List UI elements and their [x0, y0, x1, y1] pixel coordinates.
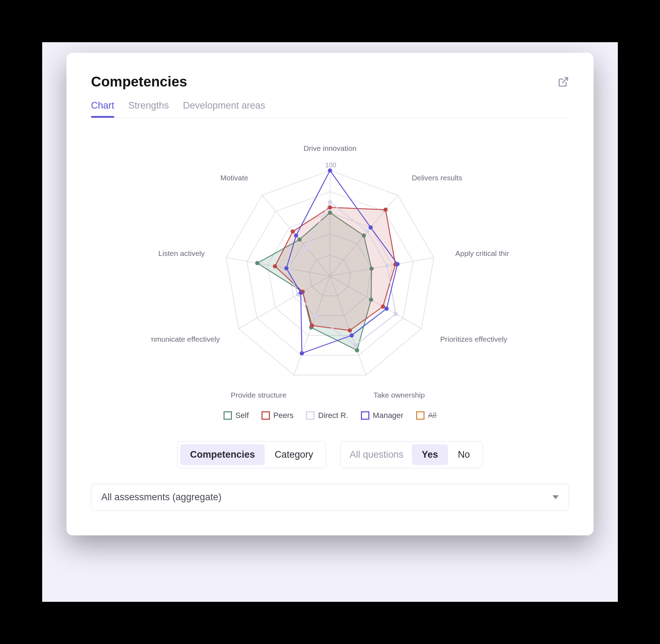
svg-point-63: [284, 266, 289, 270]
question-toggle-yes[interactable]: Yes: [412, 444, 448, 465]
legend-item-manager[interactable]: Manager: [361, 411, 403, 420]
legend-item-self[interactable]: Self: [224, 411, 249, 420]
svg-point-48: [385, 264, 389, 268]
svg-point-58: [395, 262, 400, 266]
view-toggle-category[interactable]: Category: [265, 444, 323, 465]
svg-text:Prioritizes effectively: Prioritizes effectively: [440, 335, 508, 343]
tab-development-areas[interactable]: Development areas: [183, 100, 265, 117]
svg-point-60: [350, 333, 354, 337]
svg-point-40: [348, 328, 352, 333]
assessment-dropdown[interactable]: All assessments (aggregate): [91, 484, 569, 511]
tab-chart[interactable]: Chart: [91, 100, 114, 117]
svg-point-33: [255, 261, 259, 265]
svg-point-50: [353, 343, 357, 347]
svg-text:Provide structure: Provide structure: [231, 391, 286, 399]
question-toggle-group: All questions YesNo: [340, 441, 483, 468]
competencies-card: Competencies ChartStrengthsDevelopment a…: [66, 53, 594, 535]
svg-text:Drive innovation: Drive innovation: [304, 144, 357, 152]
svg-line-0: [562, 78, 568, 83]
legend-swatch-icon: [224, 411, 232, 420]
svg-point-39: [381, 304, 385, 309]
svg-point-46: [328, 200, 332, 204]
svg-point-49: [394, 312, 398, 316]
svg-point-59: [384, 307, 389, 311]
dropdown-selected: All assessments (aggregate): [101, 492, 221, 503]
view-toggle-competencies[interactable]: Competencies: [180, 444, 265, 465]
svg-point-47: [365, 230, 369, 234]
svg-text:Take ownership: Take ownership: [374, 391, 425, 399]
svg-point-44: [291, 230, 295, 234]
svg-point-30: [355, 348, 359, 352]
svg-point-57: [369, 225, 373, 230]
external-link-icon[interactable]: [558, 76, 569, 88]
legend-item-all[interactable]: All: [416, 411, 436, 420]
view-toggle: CompetenciesCategory: [177, 441, 326, 468]
svg-text:100: 100: [325, 161, 336, 169]
svg-text:Apply critical thinking: Apply critical thinking: [455, 249, 509, 257]
legend-swatch-icon: [261, 411, 270, 420]
legend-swatch-icon: [306, 411, 315, 420]
question-toggle-no[interactable]: No: [448, 444, 480, 465]
legend-swatch-icon: [361, 411, 369, 420]
svg-point-51: [313, 314, 318, 318]
card-title: Competencies: [91, 74, 187, 90]
svg-text:Communicate effectively: Communicate effectively: [151, 335, 220, 343]
svg-text:Motivate: Motivate: [220, 174, 248, 182]
radar-chart: 100Drive innovationDelivers resultsApply…: [151, 132, 509, 406]
svg-point-41: [310, 323, 314, 328]
chevron-down-icon: [552, 495, 559, 499]
svg-point-54: [304, 246, 309, 250]
svg-point-62: [299, 291, 303, 295]
svg-text:Listen actively: Listen actively: [158, 249, 205, 257]
svg-text:Delivers results: Delivers results: [412, 174, 462, 182]
question-toggle-label: All questions: [343, 444, 412, 465]
legend-swatch-icon: [416, 411, 425, 420]
svg-point-43: [273, 264, 277, 268]
tabs: ChartStrengthsDevelopment areas: [91, 100, 569, 118]
svg-point-61: [300, 351, 304, 355]
svg-point-64: [294, 233, 298, 238]
legend: SelfPeersDirect R.ManagerAll: [224, 411, 436, 420]
legend-item-direct-r-[interactable]: Direct R.: [306, 411, 348, 420]
tab-strengths[interactable]: Strengths: [128, 100, 169, 117]
legend-item-peers[interactable]: Peers: [261, 411, 293, 420]
svg-point-37: [383, 208, 388, 212]
svg-point-56: [328, 168, 332, 173]
